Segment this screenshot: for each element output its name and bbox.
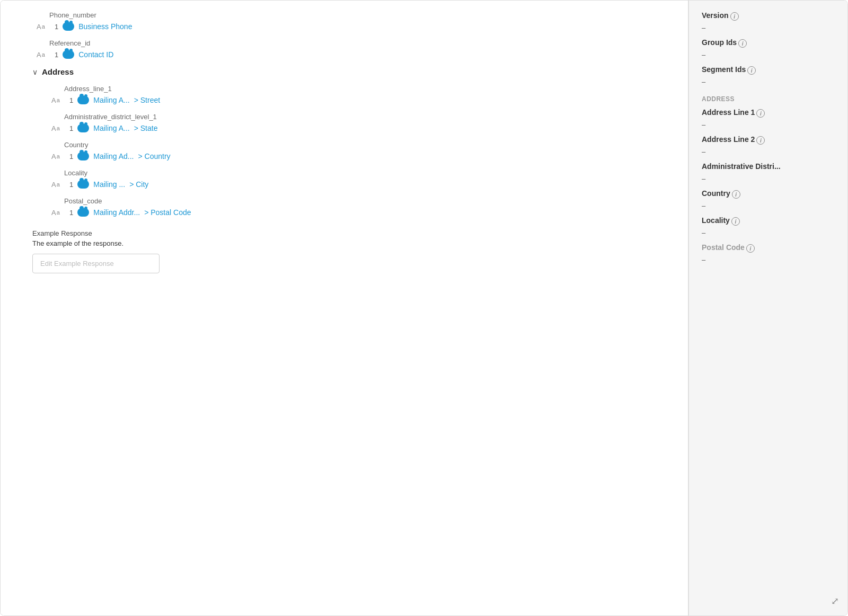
right-version-group: Version i – [702,11,835,32]
field-label-address-line-1: Address_line_1 [47,85,667,93]
type-icon-reference: Aa [37,51,49,59]
priority-phone: 1 [55,23,58,31]
right-segment-ids-value: – [702,78,835,86]
field-group-locality: Locality Aa 1 Mailing ... > City [47,169,667,189]
right-address-line-2-label: Address Line 2 [702,135,755,144]
field-label-admin-district: Administrative_district_level_1 [47,113,667,121]
right-postal-code-group: Postal Code i – [702,243,835,264]
field-mapping-country: Aa 1 Mailing Ad... > Country [47,152,667,160]
field-label-reference: Reference_id [32,39,667,47]
example-response-input[interactable]: Edit Example Response [32,254,160,273]
field-group-address-line-1: Address_line_1 Aa 1 Mailing A... > Stree… [47,85,667,104]
right-admin-district-value: – [702,175,835,183]
field-label-postal-code: Postal_code [47,197,667,205]
right-locality-value: – [702,229,835,237]
right-locality-label: Locality [702,216,730,225]
salesforce-cloud-icon-postal-code [77,208,89,217]
right-locality-group: Locality i – [702,216,835,237]
salesforce-cloud-icon-phone [63,22,74,31]
mapping-source-country[interactable]: Mailing Ad... [93,152,134,160]
address-line-1-info-icon[interactable]: i [756,109,765,118]
field-mapping-postal-code: Aa 1 Mailing Addr... > Postal Code [47,208,667,217]
field-mapping-admin-district: Aa 1 Mailing A... > State [47,124,667,132]
mapping-source-address-line-1[interactable]: Mailing A... [93,96,129,104]
type-icon-locality: Aa [51,181,64,189]
right-admin-district-group: Administrative Distri... – [702,162,835,183]
right-group-ids-label: Group Ids [702,38,737,47]
right-address-line-1-label: Address Line 1 [702,108,755,117]
arrow-address-line-1: > Street [134,96,160,104]
priority-address-line-1: 1 [69,96,73,104]
address-line-2-info-icon[interactable]: i [756,136,765,145]
country-info-icon[interactable]: i [732,190,740,199]
postal-code-info-icon[interactable]: i [746,244,755,253]
left-panel: Phone_number Aa 1 Business Phone Referen… [1,1,688,615]
salesforce-cloud-icon-reference [63,50,74,59]
right-version-value: – [702,24,835,32]
type-icon-admin-district: Aa [51,124,64,132]
mapping-source-admin-district[interactable]: Mailing A... [93,124,129,132]
salesforce-cloud-icon-locality [77,180,89,189]
field-label-country: Country [47,141,667,149]
right-segment-ids-label: Segment Ids [702,65,746,74]
salesforce-cloud-icon-address-line-1 [77,96,89,104]
right-admin-district-label-row: Administrative Distri... [702,162,835,173]
right-group-ids-value: – [702,51,835,59]
arrow-admin-district: > State [134,124,158,132]
right-country-label: Country [702,189,730,198]
right-version-label-row: Version i [702,11,835,22]
field-group-country: Country Aa 1 Mailing Ad... > Country [47,141,667,160]
right-address-line-1-group: Address Line 1 i – [702,108,835,129]
right-address-line-2-group: Address Line 2 i – [702,135,835,156]
expand-icon[interactable]: ⤢ [831,595,839,607]
right-country-value: – [702,202,835,210]
locality-info-icon[interactable]: i [731,217,740,226]
arrow-postal-code: > Postal Code [144,208,191,217]
right-version-label: Version [702,11,729,20]
priority-reference: 1 [55,51,58,59]
version-info-icon[interactable]: i [730,12,739,21]
right-postal-code-label: Postal Code [702,243,745,252]
arrow-country: > Country [138,152,171,160]
field-group-reference: Reference_id Aa 1 Contact ID [32,39,667,59]
right-address-line-2-label-row: Address Line 2 i [702,135,835,146]
right-segment-ids-group: Segment Ids i – [702,65,835,86]
priority-locality: 1 [69,181,73,189]
salesforce-cloud-icon-country [77,152,89,160]
page-wrapper: Phone_number Aa 1 Business Phone Referen… [0,0,848,616]
right-address-line-1-value: – [702,121,835,129]
right-country-label-row: Country i [702,189,835,200]
chevron-down-icon[interactable]: ∨ [32,68,38,76]
field-group-phone: Phone_number Aa 1 Business Phone [32,11,667,31]
mapping-source-reference[interactable]: Contact ID [78,50,113,59]
priority-postal-code: 1 [69,209,73,217]
address-sub-fields: Address_line_1 Aa 1 Mailing A... > Stree… [32,85,667,217]
field-mapping-reference: Aa 1 Contact ID [32,50,667,59]
right-group-ids-group: Group Ids i – [702,38,835,59]
right-address-line-1-label-row: Address Line 1 i [702,108,835,119]
mapping-source-locality[interactable]: Mailing ... [93,180,125,189]
right-panel: Version i – Group Ids i – Segment Ids i … [688,1,847,615]
right-address-line-2-value: – [702,148,835,156]
type-icon-phone: Aa [37,23,49,31]
mapping-source-postal-code[interactable]: Mailing Addr... [93,208,140,217]
field-label-locality: Locality [47,169,667,177]
priority-admin-district: 1 [69,124,73,132]
field-mapping-locality: Aa 1 Mailing ... > City [47,180,667,189]
priority-country: 1 [69,153,73,160]
mapping-source-phone[interactable]: Business Phone [78,22,132,31]
segment-ids-info-icon[interactable]: i [747,66,756,75]
arrow-locality: > City [129,180,148,189]
type-icon-country: Aa [51,153,64,160]
salesforce-cloud-icon-admin-district [77,124,89,132]
field-group-admin-district: Administrative_district_level_1 Aa 1 Mai… [47,113,667,132]
right-admin-district-label: Administrative Distri... [702,162,781,171]
right-address-group-title: Address [702,95,835,103]
field-mapping-address-line-1: Aa 1 Mailing A... > Street [47,96,667,104]
address-section-header[interactable]: ∨ Address [32,67,667,76]
group-ids-info-icon[interactable]: i [738,39,747,48]
right-locality-label-row: Locality i [702,216,835,227]
right-postal-code-label-row: Postal Code i [702,243,835,254]
field-group-postal-code: Postal_code Aa 1 Mailing Addr... > Posta… [47,197,667,217]
example-response-label: Example Response [32,229,667,237]
